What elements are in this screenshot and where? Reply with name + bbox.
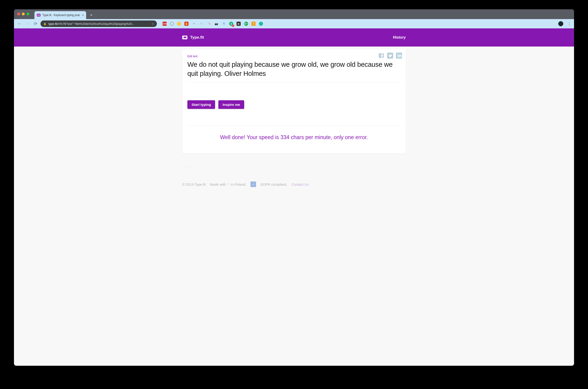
contact-link[interactable]: Contact Us [291, 182, 309, 186]
brand[interactable]: ⌨ Type.fit [182, 35, 204, 40]
edit-text-link[interactable]: Edit text [187, 55, 197, 58]
twitter-icon[interactable] [387, 53, 393, 60]
quote-text: We do not quit playing because we grow o… [187, 60, 401, 82]
inspire-me-button[interactable]: Inspire me [218, 100, 244, 109]
url-host: type.fit [48, 22, 57, 26]
made-with-post: in Poland. [231, 182, 246, 186]
result-message: Well done! Your speed is 334 chars per m… [187, 134, 401, 140]
ublock-icon[interactable]: ✋ [184, 22, 189, 26]
extension-icon[interactable] [259, 22, 263, 26]
close-tab-icon[interactable]: × [82, 13, 84, 17]
new-tab-button[interactable]: + [88, 12, 95, 18]
made-with: Made with ♡ in Poland. [210, 182, 246, 186]
brand-name: Type.fit [190, 35, 204, 40]
extension-icon[interactable]: ✦ [192, 22, 196, 26]
maximize-window-button[interactable] [27, 13, 29, 15]
gdpr-badge-icon: ✓ [250, 181, 256, 187]
browser-window: ⌨ Type.fit · Keyboard typing prac × + ← … [14, 9, 574, 366]
browser-tabbar: ⌨ Type.fit · Keyboard typing prac × + [14, 9, 574, 19]
url-path: /#%7B"text":"We%20do%20not%20quit%20play… [57, 22, 135, 26]
browser-menu-icon[interactable]: ⋮ [567, 22, 571, 26]
share-icons [378, 53, 402, 60]
history-link[interactable]: History [393, 35, 406, 39]
profile-avatar[interactable] [558, 21, 563, 26]
linkedin-icon[interactable] [396, 53, 402, 60]
browser-toolbar: ← → ⟳ 🔒 type.fit/#%7B"text":"We%20do%20n… [14, 19, 574, 28]
made-with-pre: Made with [210, 182, 226, 186]
site-header: ⌨ Type.fit History [14, 28, 574, 47]
page-viewport: ⌨ Type.fit History Edit text We do not q… [14, 28, 574, 366]
extension-icon[interactable] [177, 22, 181, 26]
site-footer: © 2019 Type.fit Made with ♡ in Poland. ✓… [182, 181, 406, 196]
back-button[interactable]: ← [17, 21, 22, 26]
camera-icon[interactable]: 📷 [214, 22, 218, 26]
extension-icon[interactable] [170, 22, 174, 26]
extension-icon[interactable]: a9 [229, 22, 233, 26]
window-controls [17, 13, 29, 15]
start-typing-button[interactable]: Start typing [187, 100, 215, 109]
keyboard-icon: ⌨ [182, 35, 187, 39]
extension-icon[interactable]: 🦄 [207, 22, 211, 26]
keyboard-icon: ⌨ [37, 14, 40, 17]
reload-button[interactable]: ⟳ [33, 21, 38, 26]
forward-button[interactable]: → [25, 21, 30, 26]
badge-count: 9 [232, 25, 234, 27]
extension-icon[interactable]: B+ [244, 22, 248, 26]
toggle-link[interactable]: Toggle [182, 165, 406, 169]
cors-extension-icon[interactable]: CORS [163, 22, 167, 26]
flask-icon[interactable]: ⚗ [222, 22, 226, 26]
url-text: type.fit/#%7B"text":"We%20do%20not%20qui… [48, 22, 149, 26]
copyright: © 2019 Type.fit [182, 182, 206, 186]
tab-title: Type.fit · Keyboard typing prac [42, 13, 80, 17]
gdpr-text: GDPR compliant. [260, 182, 287, 186]
extension-icon[interactable]: i [251, 22, 256, 26]
qr-icon[interactable]: ▦ [237, 22, 241, 26]
react-icon[interactable]: ⚛ [199, 22, 204, 26]
close-window-button[interactable] [17, 13, 20, 15]
browser-tab[interactable]: ⌨ Type.fit · Keyboard typing prac × [35, 11, 86, 19]
lock-icon: 🔒 [43, 22, 47, 25]
facebook-icon[interactable] [378, 53, 384, 60]
minimize-window-button[interactable] [22, 13, 25, 15]
address-bar[interactable]: 🔒 type.fit/#%7B"text":"We%20do%20not%20q… [40, 21, 157, 27]
action-row: Start typing Inspire me [187, 100, 401, 109]
main-card: Edit text We do not quit playing because… [182, 49, 406, 154]
bookmark-star-icon[interactable]: ☆ [151, 22, 154, 26]
heart-icon: ♡ [227, 183, 230, 186]
extension-icons: CORS ✋ ✦ ⚛ 🦄 📷 ⚗ a9 ▦ B+ i [163, 22, 556, 26]
